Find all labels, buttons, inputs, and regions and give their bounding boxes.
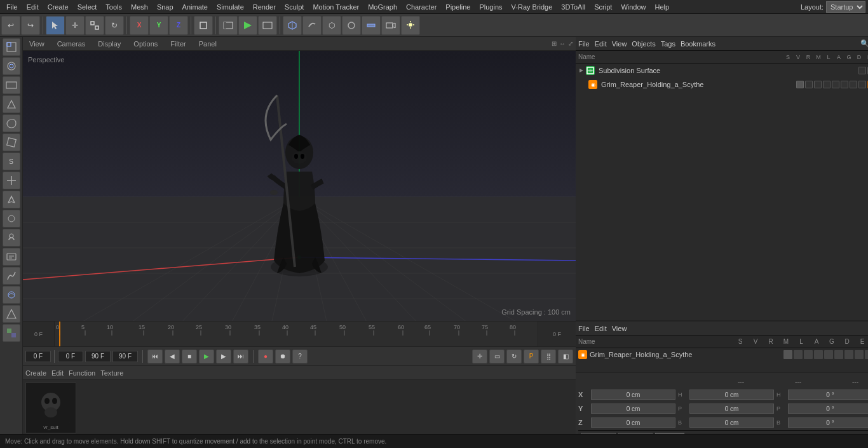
vp-tab-cameras[interactable]: Cameras [53, 39, 90, 49]
object-mode-button[interactable] [194, 16, 213, 35]
z-axis-button[interactable]: Z [169, 16, 188, 35]
go-to-start-button[interactable]: ⏮ [147, 350, 163, 363]
menu-mograph[interactable]: MoGraph [364, 2, 401, 12]
expand-icon[interactable] [578, 67, 585, 74]
menu-render[interactable]: Render [249, 2, 280, 12]
attr-badge-8[interactable] [855, 350, 864, 359]
go-to-end-button[interactable]: ⏭ [233, 350, 248, 363]
attr-menu-edit[interactable]: Edit [595, 325, 607, 332]
menu-3dtoall[interactable]: 3DToAll [557, 2, 589, 12]
menu-file[interactable]: File [3, 2, 22, 12]
attr-badge-7[interactable] [844, 350, 853, 359]
attr-badge-2[interactable] [794, 350, 803, 359]
badge-extra[interactable] [814, 81, 822, 88]
left-tool-2[interactable] [3, 57, 20, 75]
undo-button[interactable]: ↩ [1, 16, 20, 35]
menu-plugins[interactable]: Plugins [475, 2, 506, 12]
menu-vray[interactable]: V-Ray Bridge [508, 2, 557, 12]
menu-mesh[interactable]: Mesh [127, 2, 152, 12]
move-tool-button[interactable]: ✛ [65, 16, 85, 35]
obj-row-subdivision[interactable]: Subdivision Surface ✓ [576, 64, 868, 78]
left-tool-11[interactable] [3, 229, 20, 247]
mat-tab-create[interactable]: Create [25, 369, 46, 377]
menu-snap[interactable]: Snap [153, 2, 177, 12]
y-axis-button[interactable]: Y [149, 16, 168, 35]
badge-extra3[interactable] [832, 81, 839, 88]
menu-animate[interactable]: Animate [179, 2, 212, 12]
select-tool-button[interactable] [46, 16, 65, 35]
layout-select[interactable]: Startup [826, 1, 865, 13]
y-pos-input[interactable] [591, 404, 675, 414]
x-axis-button[interactable]: X [130, 16, 149, 35]
auto-key-button[interactable]: ● [258, 350, 273, 363]
obj-menu-file[interactable]: File [578, 40, 590, 48]
z-size-input[interactable] [689, 417, 774, 428]
left-tool-3[interactable] [3, 76, 20, 94]
x-rot-input[interactable] [788, 390, 868, 400]
left-tool-5[interactable] [3, 114, 20, 132]
vp-tab-filter[interactable]: Filter [166, 39, 189, 49]
x-size-input[interactable] [689, 390, 774, 400]
start-frame-input[interactable] [58, 351, 83, 362]
preview-end-input[interactable] [112, 351, 138, 362]
vp-mode-1[interactable]: ✛ [472, 350, 487, 363]
vp-mode-4[interactable]: P [524, 350, 539, 363]
current-frame-input[interactable] [25, 351, 51, 362]
menu-tools[interactable]: Tools [102, 2, 126, 12]
mat-tab-texture[interactable]: Texture [100, 369, 123, 377]
badge-grey[interactable] [796, 81, 804, 88]
left-tool-12[interactable] [3, 248, 20, 266]
scale-tool-button[interactable] [85, 16, 104, 35]
vp-tab-panel[interactable]: Panel [195, 39, 220, 49]
badge-extra5[interactable] [850, 81, 857, 88]
viewport[interactable]: X Y Z Perspective Grid Spacing : 100 cm [23, 51, 576, 321]
prev-frame-button[interactable]: ◀ [165, 350, 180, 363]
badge-layer[interactable] [805, 81, 813, 88]
left-tool-9[interactable] [3, 191, 20, 208]
play-button[interactable]: ▶ [199, 350, 214, 363]
attr-badge-4[interactable] [814, 350, 823, 359]
vp-mode-5[interactable]: ⣿ [541, 350, 556, 363]
end-frame-input[interactable] [85, 351, 111, 362]
vp-mode-2[interactable]: ▭ [489, 350, 505, 363]
obj-menu-bookmarks[interactable]: Bookmarks [681, 40, 715, 48]
left-tool-4[interactable] [3, 95, 20, 113]
generator-button[interactable]: ⬡ [322, 16, 341, 35]
vp-tab-view[interactable]: View [25, 39, 48, 49]
vp-mode-3[interactable]: ↻ [506, 350, 522, 363]
vp-tab-options[interactable]: Options [130, 39, 161, 49]
left-tool-10[interactable] [3, 210, 20, 227]
left-tool-13[interactable] [3, 267, 20, 285]
timeline-ruler[interactable]: 0 5 10 15 20 25 30 35 [55, 322, 538, 346]
obj-menu-tags[interactable]: Tags [661, 40, 675, 48]
obj-menu-edit[interactable]: Edit [595, 40, 607, 48]
render-button[interactable] [238, 16, 257, 35]
menu-create[interactable]: Create [44, 2, 72, 12]
menu-pipeline[interactable]: Pipeline [442, 2, 474, 12]
vp-icon-3[interactable]: ⤢ [568, 40, 573, 47]
mat-tab-function[interactable]: Function [69, 369, 95, 377]
vp-mode-6[interactable]: ◧ [558, 350, 573, 363]
obj-search-icon[interactable]: 🔍 [860, 39, 868, 48]
render-settings-button[interactable] [258, 16, 277, 35]
deformer-button[interactable] [342, 16, 361, 35]
light-button[interactable] [401, 16, 420, 35]
nurbs-button[interactable] [302, 16, 322, 35]
record-button[interactable]: ⏺ [275, 350, 290, 363]
y-rot-input[interactable] [788, 404, 868, 414]
attr-badge-1[interactable] [783, 350, 792, 359]
menu-select[interactable]: Select [74, 2, 101, 12]
obj-row-grimreaper[interactable]: ◉ Grim_Reaper_Holding_a_Scythe [576, 78, 868, 92]
left-tool-16[interactable] [3, 324, 20, 342]
left-tool-14[interactable] [3, 286, 20, 304]
y-size-input[interactable] [689, 404, 774, 414]
badge-extra6[interactable] [858, 81, 866, 88]
menu-simulate[interactable]: Simulate [213, 2, 248, 12]
attr-badge-5[interactable] [824, 350, 833, 359]
menu-window[interactable]: Window [617, 2, 649, 12]
z-pos-input[interactable] [591, 417, 675, 428]
next-frame-button[interactable]: ▶ [216, 350, 231, 363]
badge-extra4[interactable] [841, 81, 848, 88]
left-tool-8[interactable] [3, 172, 20, 189]
x-pos-input[interactable] [591, 390, 675, 400]
